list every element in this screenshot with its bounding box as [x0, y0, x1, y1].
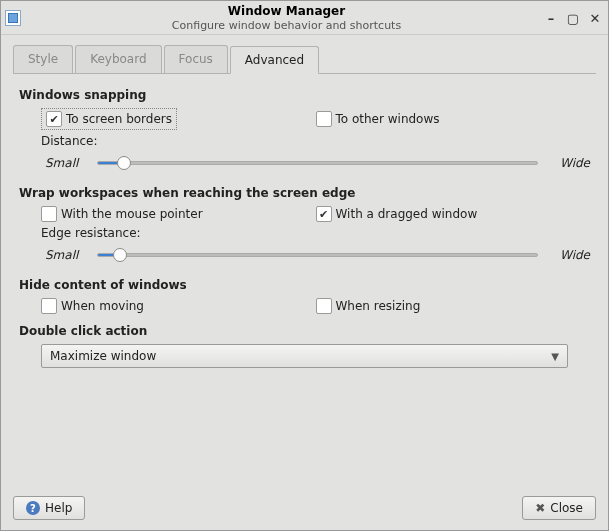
close-window-icon[interactable]: ✕ [588, 11, 602, 25]
window-subtitle: Configure window behavior and shortcuts [29, 19, 544, 32]
checkbox-hide-resizing[interactable] [316, 298, 332, 314]
tab-keyboard[interactable]: Keyboard [75, 45, 161, 73]
tab-panel-advanced: Windows snapping To screen borders To ot… [13, 74, 596, 480]
slider-wrap-max: Wide [550, 248, 590, 262]
chevron-down-icon: ▼ [551, 351, 559, 362]
section-snapping-title: Windows snapping [19, 88, 590, 102]
tab-bar: Style Keyboard Focus Advanced [13, 45, 596, 74]
titlebar: Window Manager Configure window behavior… [1, 1, 608, 35]
label-wrap-dragged[interactable]: With a dragged window [336, 207, 478, 221]
help-button[interactable]: ? Help [13, 496, 85, 520]
minimize-icon[interactable]: – [544, 11, 558, 25]
help-icon: ? [26, 501, 40, 515]
content-area: Style Keyboard Focus Advanced Windows sn… [1, 35, 608, 488]
section-wrap-title: Wrap workspaces when reaching the screen… [19, 186, 590, 200]
dropdown-dblclick[interactable]: Maximize window ▼ [41, 344, 568, 368]
close-button-label: Close [550, 501, 583, 515]
footer: ? Help ✖ Close [1, 488, 608, 530]
tab-style[interactable]: Style [13, 45, 73, 73]
slider-snap-thumb[interactable] [117, 156, 131, 170]
help-button-label: Help [45, 501, 72, 515]
slider-wrap-track[interactable] [97, 246, 538, 264]
checkbox-wrap-dragged[interactable] [316, 206, 332, 222]
checkbox-snap-screen[interactable] [46, 111, 62, 127]
label-wrap-mouse[interactable]: With the mouse pointer [61, 207, 203, 221]
checkbox-snap-other[interactable] [316, 111, 332, 127]
tab-focus[interactable]: Focus [164, 45, 228, 73]
window: Window Manager Configure window behavior… [0, 0, 609, 531]
label-snap-screen[interactable]: To screen borders [66, 112, 172, 126]
label-hide-resizing[interactable]: When resizing [336, 299, 421, 313]
slider-snap-track[interactable] [97, 154, 538, 172]
maximize-icon[interactable]: ▢ [566, 11, 580, 25]
checkbox-hide-moving[interactable] [41, 298, 57, 314]
checkbox-wrap-mouse[interactable] [41, 206, 57, 222]
section-dblclick-title: Double click action [19, 324, 590, 338]
label-resistance: Edge resistance: [41, 226, 590, 240]
label-snap-other[interactable]: To other windows [336, 112, 440, 126]
slider-wrap-thumb[interactable] [113, 248, 127, 262]
label-hide-moving[interactable]: When moving [61, 299, 144, 313]
app-icon [5, 10, 21, 26]
slider-snap-max: Wide [550, 156, 590, 170]
window-controls: – ▢ ✕ [544, 11, 602, 25]
window-title: Window Manager [29, 4, 544, 18]
label-distance: Distance: [41, 134, 590, 148]
section-hide-title: Hide content of windows [19, 278, 590, 292]
focus-outline: To screen borders [41, 108, 177, 130]
close-icon: ✖ [535, 501, 545, 515]
slider-wrap-resistance: Small Wide [45, 246, 590, 264]
dropdown-dblclick-value: Maximize window [50, 349, 156, 363]
slider-snap-min: Small [45, 156, 85, 170]
title-wrap: Window Manager Configure window behavior… [29, 4, 544, 32]
close-button[interactable]: ✖ Close [522, 496, 596, 520]
slider-snap-distance: Small Wide [45, 154, 590, 172]
slider-wrap-min: Small [45, 248, 85, 262]
tab-advanced[interactable]: Advanced [230, 46, 319, 74]
